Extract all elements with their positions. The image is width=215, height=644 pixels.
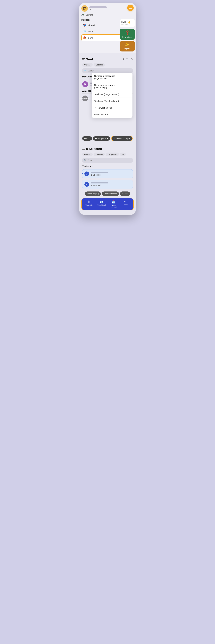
sent-bottom-sort-bar: elect... ⬢ Recipients ▾ ⇅ Newest on Top … (80, 135, 135, 142)
spacer-1 (79, 54, 136, 55)
favorite-button[interactable]: ♡ (126, 58, 129, 61)
mailbox-label: Mailbox (81, 18, 90, 21)
search-icon: 🔍 (84, 70, 86, 72)
newest-on-top-label: Newest on Top (116, 138, 129, 140)
menu-line-1 (129, 7, 132, 7)
selected-item-2[interactable]: ✓ 1 Selected (82, 180, 133, 189)
selected-items-list: ✓ 1 Selected ✓ 1 Selected (80, 169, 135, 189)
tab-trash[interactable]: 🗑 Trash (8) (83, 200, 95, 208)
ham-line-2 (82, 59, 84, 60)
sent-header: Sent ? ♡ ↻ (80, 55, 135, 62)
sent-icon: 📤 (83, 36, 86, 40)
find-card-icon: ❓ (125, 30, 130, 35)
selected-search-bar[interactable]: 🔍 Search (82, 158, 133, 162)
menu-line-3 (129, 8, 132, 9)
checkmark-1: ✓ (86, 172, 88, 175)
hello-subtitle: You are cl... (121, 24, 133, 26)
selected-title: 8 Selected (86, 147, 102, 151)
user-dropdown-arrow[interactable]: ▾ (90, 8, 107, 10)
checkmark-2: ✓ (86, 183, 88, 186)
sidebar-user: 🧑 ▾ (81, 5, 107, 12)
recipients-label: Recipients (97, 138, 106, 140)
select-all-chip[interactable]: Select All (68) (85, 192, 101, 196)
chip-unread[interactable]: Unread (82, 63, 93, 67)
recipients-dropdown: ▾ (107, 138, 108, 140)
tab-mark-read[interactable]: 📧 Mark Read (95, 200, 108, 208)
search-placeholder: Search (88, 70, 94, 72)
sel-chip-oldmail[interactable]: Old Mail (94, 152, 105, 156)
selected-item-1[interactable]: ✓ 1 Selected (82, 169, 133, 178)
trash-icon: 🗑 (88, 200, 90, 204)
sent-section: Sent ? ♡ ↻ Unread Old Mail 🔍 Search May … (80, 55, 135, 143)
tab-bar: 🗑 Trash (8) 📧 Mark Read 📩 MarkUnread •••… (81, 198, 134, 210)
refresh-button[interactable]: ↻ (131, 58, 133, 61)
tab-mark-unread[interactable]: 📩 MarkUnread (108, 200, 120, 208)
sort-item-oldest-on-top[interactable]: Oldest on Top (92, 111, 132, 118)
selected-item-2-content: 1 Selected (91, 182, 131, 187)
gaming-row: 🎮 Gaming (79, 13, 136, 18)
more-icon: ••• (124, 200, 128, 203)
sel-chip-largemail[interactable]: Large Mail (106, 152, 119, 156)
selected-section: 8 Selected Unread Old Mail Large Mail ⊜ … (80, 145, 135, 213)
mark-unread-label: MarkUnread (111, 204, 117, 208)
sent-filter-chips: Unread Old Mail (80, 62, 135, 68)
sent-search-bar[interactable]: 🔍 Search (82, 68, 133, 73)
selected-label-1: 1 Selected (91, 174, 100, 176)
tab-more[interactable]: ••• More (120, 200, 132, 208)
help-button[interactable]: ? (123, 58, 124, 61)
checkbox-1[interactable]: ✓ (84, 172, 89, 176)
mark-unread-icon: 📩 (112, 200, 116, 204)
sel-search-icon: 🔍 (84, 159, 86, 162)
mail-avatar-n: N (82, 81, 88, 87)
avatar[interactable]: 🧑 (81, 5, 88, 12)
hello-card: Hello 👋 You are cl... (120, 19, 135, 28)
sel-chip-unread[interactable]: Unread (82, 152, 93, 156)
find-card[interactable]: ❓ Find miss... (120, 28, 135, 40)
bottom-action-chips: Select All (68) Clear Selection Cancel (80, 190, 135, 198)
clear-selection-chip[interactable]: Clear Selection (102, 192, 119, 196)
sel-chip-more[interactable]: ⊜ (120, 152, 126, 156)
selected-label-2: 1 Selected (91, 184, 100, 186)
inbox-icon: 📨 (83, 30, 86, 33)
gaming-label: Gaming (85, 14, 93, 16)
sort-item-low-to-high[interactable]: Number of messages(Low to high) (92, 82, 132, 91)
sort-icon: ⇅ (114, 138, 115, 140)
sel-ham-2 (82, 149, 84, 149)
gaming-icon: 🎮 (81, 14, 84, 16)
sort-dropdown[interactable]: Number of messages(High to low) Number o… (92, 72, 132, 118)
newest-on-top-chip[interactable]: ⇅ Newest on Top ▾ (111, 136, 133, 141)
selected-dot-1 (82, 173, 83, 174)
user-name-area: ▾ (89, 6, 107, 10)
sel-search-placeholder: Search (88, 159, 94, 162)
recipients-chip[interactable]: ⬢ Recipients ▾ (93, 136, 110, 140)
cancel-chip[interactable]: Cancel (120, 192, 130, 196)
sort-item-large-to-small[interactable]: Total size (Large to small) (92, 91, 132, 98)
mailbox-with-overlay: Mailbox ∧ 📬 All Mail 569 📨 Inbox 568 (79, 18, 136, 54)
hello-title: Hello 👋 (121, 21, 133, 24)
sent-title-row: Sent (82, 58, 93, 61)
mark-read-label: Mark Read (97, 204, 106, 206)
sort-item-small-to-large[interactable]: Total size (Small to large) (92, 98, 132, 104)
recipients-icon: ⬢ (95, 138, 97, 140)
chip-oldmail[interactable]: Old Mail (94, 63, 105, 67)
sent-title: Sent (86, 58, 93, 61)
explore-card-icon: ✨ (125, 43, 129, 47)
selected-filter-chips: Unread Old Mail Large Mail ⊜ (80, 152, 135, 157)
selected-date-group: Yesterday (80, 164, 135, 168)
sort-item-newest-on-top[interactable]: Newest on Top (92, 104, 132, 111)
header-actions: ? ♡ ↻ (123, 58, 133, 61)
menu-button[interactable] (127, 5, 134, 11)
find-card-label: Find miss... (122, 36, 132, 38)
select-chip[interactable]: elect... (82, 136, 92, 140)
explore-card[interactable]: ✨ Explore (120, 41, 135, 52)
sel-name-bar-1 (91, 172, 108, 173)
checkbox-2[interactable]: ✓ (84, 182, 89, 187)
menu-lines (129, 7, 132, 9)
menu-line-2 (129, 8, 132, 8)
select-chip-label: elect... (84, 138, 90, 140)
selected-item-1-content: 1 Selected (91, 172, 131, 176)
allmail-icon: 📬 (83, 24, 86, 27)
sort-item-high-to-low[interactable]: Number of messages(High to low) (92, 72, 132, 82)
selected-header: 8 Selected (80, 145, 135, 152)
ham-line-3 (82, 60, 85, 60)
